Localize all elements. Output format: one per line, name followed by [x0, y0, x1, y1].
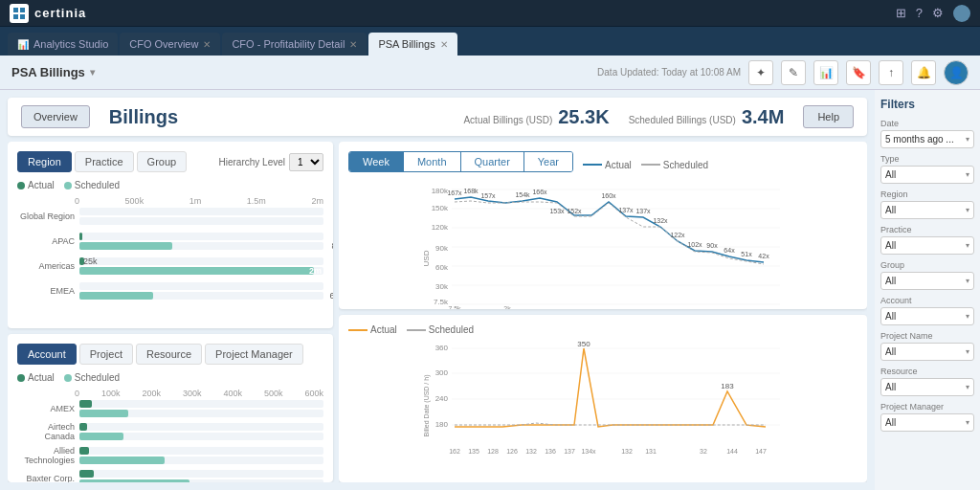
close-cfo-overview[interactable]: ✕ — [203, 39, 211, 50]
account-dropdown[interactable]: All ▾ — [880, 307, 974, 325]
type-dropdown[interactable]: All ▾ — [880, 166, 974, 184]
tab-practice[interactable]: Practice — [75, 151, 134, 172]
svg-text:350: 350 — [577, 340, 590, 348]
svg-text:152x: 152x — [567, 208, 582, 214]
svg-rect-3 — [20, 14, 25, 19]
svg-text:144: 144 — [726, 448, 738, 455]
edit-button[interactable]: ✎ — [781, 60, 806, 85]
svg-text:90x: 90x — [706, 242, 718, 249]
user-avatar[interactable] — [953, 5, 970, 22]
svg-text:150k: 150k — [432, 204, 449, 212]
help-button[interactable]: Help — [803, 105, 854, 128]
region-dropdown[interactable]: All ▾ — [880, 201, 974, 219]
billings-title: Billings — [109, 106, 445, 128]
tab-group[interactable]: Group — [137, 151, 188, 172]
account-axis-labels: 0 100k 200k 300k 400k 500k 600k — [17, 389, 323, 398]
bookmark-button[interactable]: 🔖 — [846, 60, 871, 85]
filter-project-name: Project Name All ▾ — [880, 331, 974, 361]
svg-rect-0 — [13, 8, 18, 12]
account-scheduled-dot — [64, 374, 72, 382]
chart-button[interactable]: 📊 — [813, 60, 838, 85]
svg-text:183: 183 — [721, 382, 734, 390]
svg-text:136: 136 — [545, 448, 556, 455]
svg-text:42x: 42x — [758, 253, 769, 259]
svg-text:180k: 180k — [432, 187, 449, 195]
date-dropdown[interactable]: 5 months ago ... ▾ — [880, 130, 974, 148]
share-button[interactable]: ↑ — [879, 60, 903, 85]
scheduled-line-legend — [641, 164, 660, 166]
tab-cfo-profitability[interactable]: CFO - Profitability Detail ✕ — [222, 33, 367, 56]
filter-project-manager: Project Manager All ▾ — [880, 402, 974, 432]
svg-text:32: 32 — [700, 448, 707, 455]
chevron-down-icon: ▾ — [966, 418, 969, 427]
sparkle-button[interactable]: ✦ — [748, 60, 773, 85]
bell-button[interactable]: 🔔 — [911, 60, 936, 85]
svg-text:131: 131 — [645, 448, 657, 455]
hierarchy-dropdown[interactable]: 123 — [289, 153, 323, 171]
bottom-legend: Actual Scheduled — [348, 324, 858, 335]
user-button[interactable]: 👤 — [944, 60, 969, 85]
svg-text:51x: 51x — [741, 251, 752, 257]
tab-analytics-studio[interactable]: 📊 Analytics Studio — [8, 33, 118, 56]
top-nav: certinia ⊞ ? ⚙ — [0, 0, 980, 27]
svg-text:137: 137 — [564, 448, 575, 455]
scheduled-billings-block: Scheduled Billings (USD) 3.4M — [629, 106, 785, 128]
close-psa-billings[interactable]: ✕ — [440, 39, 448, 50]
svg-text:122x: 122x — [670, 232, 685, 238]
account-bar-rows: AMEX Airtech Canada — [17, 400, 323, 482]
tabs-bar: 📊 Analytics Studio CFO Overview ✕ CFO - … — [0, 27, 980, 56]
svg-rect-2 — [13, 14, 18, 19]
chevron-down-icon: ▾ — [966, 277, 969, 285]
svg-text:157x: 157x — [480, 192, 496, 199]
tab-psa-billings[interactable]: PSA Billings ✕ — [368, 33, 457, 56]
resource-dropdown[interactable]: All ▾ — [880, 378, 974, 396]
tab-project-manager[interactable]: Project Manager — [205, 344, 303, 365]
tab-account[interactable]: Account — [17, 344, 77, 365]
title-dropdown[interactable]: ▾ — [90, 67, 95, 78]
tab-region[interactable]: Region — [17, 151, 72, 172]
gear-icon[interactable]: ⚙ — [932, 6, 944, 20]
grid-icon[interactable]: ⊞ — [896, 6, 906, 20]
svg-text:64x: 64x — [724, 247, 735, 254]
tab-month[interactable]: Month — [404, 152, 461, 171]
center-panel: Overview Billings Actual Billings (USD) … — [0, 90, 875, 490]
svg-text:132: 132 — [525, 448, 537, 455]
chevron-down-icon: ▾ — [966, 312, 969, 321]
svg-text:90k: 90k — [435, 244, 449, 253]
chevron-down-icon: ▾ — [966, 241, 969, 250]
close-cfo-profitability[interactable]: ✕ — [349, 39, 357, 50]
filters-title: Filters — [880, 98, 974, 111]
logo-text: certinia — [34, 6, 86, 20]
svg-text:USD: USD — [422, 250, 431, 266]
region-bar-chart: 0 500k 1m 1.5m 2m Global Region — [17, 196, 323, 328]
tab-project[interactable]: Project — [79, 344, 133, 365]
tab-quarter[interactable]: Quarter — [461, 152, 524, 171]
tab-year[interactable]: Year — [524, 152, 572, 171]
bar-row-allied: Allied Technologies — [17, 446, 323, 465]
time-chart-card: Week Month Quarter Year Actual — [339, 142, 867, 309]
svg-text:160x: 160x — [601, 192, 616, 199]
group-dropdown[interactable]: All ▾ — [880, 272, 974, 290]
project-name-dropdown[interactable]: All ▾ — [880, 343, 974, 361]
svg-text:134x: 134x — [581, 448, 596, 455]
question-icon[interactable]: ? — [916, 6, 923, 20]
sub-header: PSA Billings ▾ Data Updated: Today at 10… — [0, 56, 980, 90]
svg-text:180: 180 — [435, 420, 449, 429]
project-manager-dropdown[interactable]: All ▾ — [880, 413, 974, 432]
actual-line-legend — [583, 164, 602, 166]
tab-resource[interactable]: Resource — [136, 344, 202, 365]
svg-text:147: 147 — [755, 448, 767, 455]
axis-labels: 0 500k 1m 1.5m 2m — [17, 196, 323, 206]
bar-row-emea: EMEA 632k — [17, 282, 323, 300]
filter-type: Type All ▾ — [880, 154, 974, 184]
tab-cfo-overview[interactable]: CFO Overview ✕ — [120, 33, 220, 56]
practice-dropdown[interactable]: All ▾ — [880, 236, 974, 255]
chevron-down-icon: ▾ — [966, 383, 969, 391]
actual-legend-dot — [17, 182, 25, 189]
svg-text:168k: 168k — [463, 188, 479, 194]
tab-week[interactable]: Week — [349, 152, 404, 171]
account-chart-tabs: Account Project Resource Project Manager — [17, 344, 323, 365]
overview-button[interactable]: Overview — [21, 105, 90, 128]
chevron-down-icon: ▾ — [966, 347, 969, 356]
svg-text:102x: 102x — [687, 241, 702, 248]
